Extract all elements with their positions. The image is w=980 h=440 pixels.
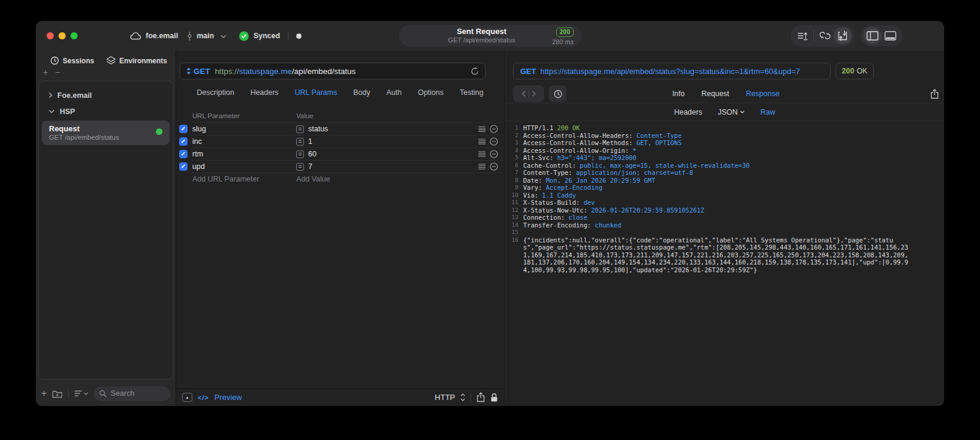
- forward-button[interactable]: [532, 90, 536, 97]
- bottom-panel-toggle-button[interactable]: [881, 27, 899, 45]
- response-line: 11X-Status-Build: dev: [505, 199, 944, 207]
- tab-request[interactable]: Request: [702, 90, 730, 98]
- history-button[interactable]: [549, 85, 567, 102]
- remove-icon[interactable]: [490, 137, 498, 146]
- param-name[interactable]: inc: [192, 137, 296, 146]
- add-request-button[interactable]: +: [41, 390, 47, 397]
- minimize-window-button[interactable]: [59, 32, 66, 39]
- tab-url-params[interactable]: URL Params: [294, 88, 337, 97]
- param-checkbox[interactable]: ✓: [179, 137, 188, 146]
- response-line: 3Access-Control-Allow-Methods: GET, OPTI…: [505, 139, 944, 147]
- chevron-down-icon[interactable]: [220, 35, 226, 38]
- folder-add-icon[interactable]: [52, 389, 63, 398]
- close-window-button[interactable]: [47, 32, 54, 39]
- toolbar-divider: [813, 30, 814, 41]
- tab-sessions-label: Sessions: [63, 57, 94, 65]
- tree-group-hsp[interactable]: HSP: [39, 103, 173, 119]
- http-selector[interactable]: HTTP: [435, 393, 455, 402]
- search-icon: [99, 390, 107, 398]
- refresh-icon[interactable]: [471, 67, 479, 76]
- param-name[interactable]: rtm: [192, 150, 296, 158]
- param-value[interactable]: 7: [308, 162, 312, 171]
- titlebar: foe.email main Synced Sent Request GET /…: [36, 21, 944, 51]
- response-line: 10Via: 1.1 Caddy: [505, 192, 944, 199]
- share-icon[interactable]: [930, 89, 939, 99]
- add-value-placeholder[interactable]: Add Value: [296, 175, 330, 183]
- method-stepper-icon[interactable]: [186, 67, 191, 75]
- sent-request-url[interactable]: GET https://statuspage.me/api/embed/stat…: [513, 63, 831, 79]
- remove-icon[interactable]: [490, 125, 498, 133]
- compare-button[interactable]: [816, 27, 834, 45]
- param-name[interactable]: slug: [192, 125, 296, 133]
- add-session-button[interactable]: +: [43, 69, 48, 75]
- tab-description[interactable]: Description: [197, 88, 235, 97]
- param-checkbox[interactable]: ✓: [179, 162, 188, 171]
- response-raw-view[interactable]: 1HTTP/1.1 200 OK2Access-Control-Allow-He…: [505, 121, 944, 406]
- param-value[interactable]: status: [308, 125, 328, 133]
- tab-body[interactable]: Body: [353, 88, 370, 97]
- tree-group-foe-email[interactable]: Foe.email: [39, 87, 173, 103]
- duration-label: 280 ms: [537, 38, 574, 46]
- tab-testing[interactable]: Testing: [460, 88, 484, 97]
- request-url-bar[interactable]: GET https://statuspage.me/api/embed/stat…: [180, 63, 486, 79]
- sidebar-item-request[interactable]: Request GET /api/embed/status: [42, 121, 170, 145]
- param-row-upd[interactable]: ✓ upd =7: [176, 161, 504, 173]
- search-placeholder: Search: [110, 389, 134, 398]
- param-value[interactable]: 1: [308, 137, 312, 146]
- request-method[interactable]: GET: [193, 67, 210, 76]
- tab-environments[interactable]: Environments: [106, 56, 167, 65]
- remove-icon[interactable]: [490, 162, 498, 171]
- subtab-headers[interactable]: Headers: [674, 108, 702, 116]
- tab-auth[interactable]: Auth: [386, 88, 402, 97]
- param-row-rtm[interactable]: ✓ rtm =60: [176, 148, 504, 160]
- request-editor-panel: GET https://statuspage.me/api/embed/stat…: [176, 51, 505, 406]
- request-status-pill[interactable]: Sent Request GET /api/embed/status 200 2…: [399, 25, 582, 47]
- param-row-slug[interactable]: ✓ slug =status: [176, 123, 504, 135]
- remove-icon[interactable]: [490, 150, 498, 158]
- tab-info[interactable]: Info: [672, 90, 685, 98]
- param-checkbox[interactable]: ✓: [179, 125, 188, 133]
- reorder-icon[interactable]: [478, 164, 486, 170]
- equals-icon: =: [296, 150, 304, 158]
- import-list-button[interactable]: [794, 27, 812, 45]
- share-icon[interactable]: [477, 392, 485, 402]
- lock-icon[interactable]: [490, 393, 498, 402]
- add-param-placeholder[interactable]: Add URL Parameter: [192, 175, 296, 183]
- branch-icon: [187, 32, 192, 41]
- reorder-icon[interactable]: [478, 139, 486, 144]
- branch-name[interactable]: main: [196, 32, 214, 40]
- preview-button[interactable]: Preview: [214, 393, 242, 402]
- tab-response[interactable]: Response: [746, 90, 779, 98]
- sidebar-bottom-divider: [68, 389, 69, 398]
- url-host: statuspage.me: [239, 67, 292, 76]
- remove-session-button[interactable]: −: [55, 69, 60, 75]
- updown-icon[interactable]: [460, 393, 465, 401]
- reorder-icon[interactable]: [478, 126, 486, 132]
- param-row-inc[interactable]: ✓ inc =1: [176, 136, 504, 147]
- response-panel: GET https://statuspage.me/api/embed/stat…: [505, 51, 944, 406]
- toolbar-group-actions: [791, 25, 855, 47]
- reorder-icon[interactable]: [478, 151, 486, 157]
- tab-sessions[interactable]: Sessions: [50, 56, 94, 65]
- tab-headers[interactable]: Headers: [250, 88, 278, 97]
- sidebar-toggle-button[interactable]: [864, 27, 881, 45]
- param-name[interactable]: upd: [192, 162, 296, 171]
- tab-options[interactable]: Options: [418, 88, 444, 97]
- zoom-window-button[interactable]: [70, 32, 78, 39]
- list-sort-icon[interactable]: [74, 390, 88, 397]
- sync-status[interactable]: Synced: [253, 32, 279, 40]
- back-button[interactable]: [521, 90, 526, 97]
- param-value[interactable]: 60: [308, 150, 317, 158]
- code-icon: </>: [198, 394, 209, 401]
- project-name[interactable]: foe.email: [146, 32, 178, 40]
- param-checkbox[interactable]: ✓: [179, 150, 188, 158]
- collapse-icon[interactable]: ▲: [182, 393, 192, 402]
- footer-divider: [471, 393, 471, 402]
- subtab-json-select[interactable]: JSON: [718, 108, 745, 116]
- send-receive-button[interactable]: [834, 27, 852, 45]
- search-input[interactable]: Search: [94, 386, 170, 401]
- subtab-raw[interactable]: Raw: [760, 108, 775, 116]
- response-line: 4Access-Control-Allow-Origin: *: [505, 147, 944, 155]
- sync-check-icon: [239, 31, 249, 41]
- add-param-row[interactable]: Add URL Parameter Add Value: [176, 173, 504, 185]
